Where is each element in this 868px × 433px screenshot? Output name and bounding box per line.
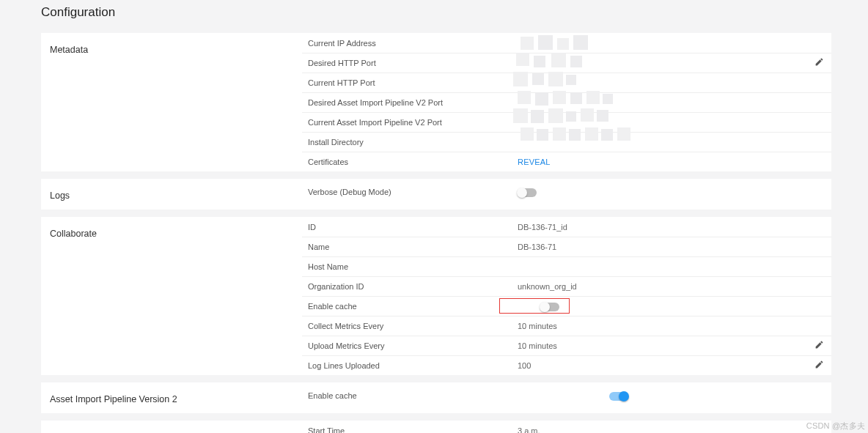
row-desired-http-port: Desired HTTP Port [302, 53, 831, 73]
label-desired-http-port: Desired HTTP Port [308, 59, 518, 67]
value-start-time: 3 a.m. [518, 426, 806, 434]
page-title: Configuration [41, 5, 831, 20]
row-start-time: Start Time 3 a.m. [302, 421, 831, 433]
toggle-enable-cache[interactable] [540, 303, 559, 311]
toggle-aipv2-cache[interactable] [609, 392, 628, 401]
row-install-directory: Install Directory [302, 132, 831, 152]
label-install-directory: Install Directory [308, 138, 518, 147]
row-current-v2-port: Current Asset Import Pipeline V2 Port [302, 112, 831, 132]
panel-aipv2: Asset Import Pipeline Version 2 Enable c… [41, 382, 831, 413]
value-upload-metrics: 10 minutes [518, 341, 806, 350]
value-id: DB-136-71_id [518, 223, 806, 232]
row-current-ip: Current IP Address [302, 33, 831, 53]
row-upload-metrics: Upload Metrics Every 10 minutes [302, 336, 831, 355]
label-aipv2-cache: Enable cache [308, 391, 518, 400]
value-name: DB-136-71 [518, 243, 806, 251]
row-org-id: Organization ID unknown_org_id [302, 276, 831, 296]
value-org-id: unknown_org_id [518, 282, 806, 291]
section-title-collaborate: Collaborate [41, 217, 302, 375]
panel-next: Start Time 3 a.m. [41, 421, 831, 433]
value-collect-metrics: 10 minutes [518, 322, 806, 330]
row-desired-v2-port: Desired Asset Import Pipeline V2 Port [302, 92, 831, 112]
label-desired-v2-port: Desired Asset Import Pipeline V2 Port [308, 98, 518, 107]
row-verbose: Verbose (Debug Mode) [302, 179, 831, 205]
label-start-time: Start Time [308, 426, 518, 434]
label-upload-metrics: Upload Metrics Every [308, 341, 518, 350]
label-log-lines: Log Lines Uploaded [308, 361, 518, 370]
toggle-verbose[interactable] [518, 188, 537, 197]
row-collect-metrics: Collect Metrics Every 10 minutes [302, 316, 831, 336]
pencil-icon[interactable] [814, 341, 824, 352]
watermark: CSDN @杰多夫 [806, 421, 865, 432]
row-aipv2-cache: Enable cache [302, 382, 831, 409]
row-enable-cache: Enable cache [302, 296, 831, 316]
label-enable-cache: Enable cache [308, 302, 518, 311]
panel-logs: Logs Verbose (Debug Mode) [41, 179, 831, 210]
pencil-icon[interactable] [814, 360, 824, 371]
label-collect-metrics: Collect Metrics Every [308, 322, 518, 330]
label-host-name: Host Name [308, 262, 518, 271]
label-id: ID [308, 223, 518, 232]
panel-collaborate: Collaborate ID DB-136-71_id Name DB-136-… [41, 217, 831, 375]
label-certificates: Certificates [308, 158, 518, 166]
row-id: ID DB-136-71_id [302, 217, 831, 237]
value-log-lines: 100 [518, 361, 806, 370]
panel-metadata: Metadata Current IP Address Desired HTTP… [41, 33, 831, 171]
label-current-http-port: Current HTTP Port [308, 78, 518, 87]
label-org-id: Organization ID [308, 282, 518, 291]
row-host-name: Host Name [302, 256, 831, 276]
row-log-lines: Log Lines Uploaded 100 [302, 355, 831, 375]
row-name: Name DB-136-71 [302, 237, 831, 256]
reveal-link[interactable]: REVEAL [518, 158, 806, 166]
row-certificates: Certificates REVEAL [302, 152, 831, 171]
label-verbose: Verbose (Debug Mode) [308, 188, 518, 196]
section-title-aipv2: Asset Import Pipeline Version 2 [41, 382, 302, 413]
section-title-metadata: Metadata [41, 33, 302, 171]
pencil-icon[interactable] [814, 58, 824, 69]
label-current-v2-port: Current Asset Import Pipeline V2 Port [308, 118, 518, 127]
section-title-logs: Logs [41, 179, 302, 210]
section-title-next [41, 421, 302, 433]
label-name: Name [308, 243, 518, 251]
label-current-ip: Current IP Address [308, 39, 518, 48]
row-current-http-port: Current HTTP Port [302, 73, 831, 92]
